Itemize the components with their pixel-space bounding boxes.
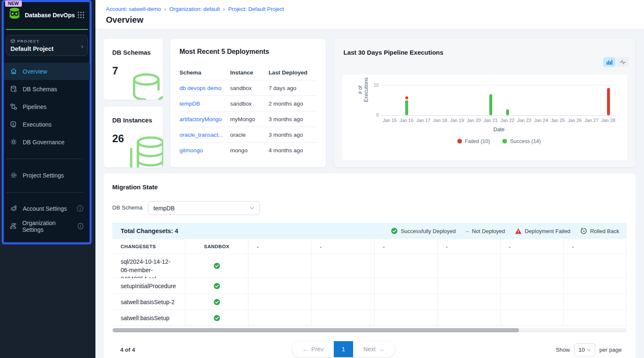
instance-cell: sandbox bbox=[230, 101, 269, 107]
breadcrumb-separator-icon: › bbox=[223, 6, 225, 12]
column-header: - bbox=[248, 239, 311, 254]
schema-link[interactable]: oracle_transact... bbox=[179, 132, 230, 138]
executions-icon bbox=[10, 121, 17, 128]
schema-link[interactable]: gitmongo bbox=[179, 147, 230, 154]
chevron-down-icon bbox=[250, 207, 254, 209]
info-icon[interactable]: i bbox=[78, 223, 84, 229]
db-schema-select-value: tempDB bbox=[153, 205, 175, 212]
empty-cell bbox=[248, 294, 311, 310]
status-cell bbox=[185, 278, 248, 294]
line-chart-toggle-icon[interactable] bbox=[617, 57, 629, 67]
breadcrumb-account[interactable]: Account: satwell-demo bbox=[106, 6, 161, 12]
chart-bar-slot bbox=[499, 85, 516, 115]
page-size-select[interactable]: 10 bbox=[574, 343, 595, 356]
new-badge: NEW bbox=[5, 0, 22, 7]
column-header: Last Deployed bbox=[269, 69, 317, 76]
dash-icon: – bbox=[466, 228, 469, 234]
y-axis-title: # of Executions bbox=[357, 72, 370, 107]
check-circle-icon bbox=[391, 228, 398, 234]
info-icon[interactable]: i bbox=[77, 205, 83, 212]
sidebar-item-db-schemas[interactable]: DB Schemas bbox=[4, 80, 90, 98]
arrow-left-icon: ← bbox=[303, 346, 309, 353]
arrow-right-icon: → bbox=[378, 346, 384, 353]
page-size-control: Show 10 per page bbox=[556, 343, 622, 356]
per-page-label: per page bbox=[599, 347, 622, 353]
sidebar-item-overview[interactable]: Overview bbox=[4, 63, 90, 80]
x-axis-tick: Jan 23 bbox=[516, 118, 533, 123]
row-count: 4 of 4 bbox=[120, 347, 135, 353]
sidebar-divider bbox=[6, 159, 84, 159]
empty-cell bbox=[248, 278, 311, 294]
chart-bar-slot bbox=[600, 85, 617, 115]
section-title: Migration State bbox=[112, 183, 158, 191]
empty-cell bbox=[375, 278, 438, 294]
legend-label: Rolled Back bbox=[590, 228, 619, 234]
x-axis-tick: Jan 28 bbox=[600, 118, 617, 123]
column-header: Schema bbox=[179, 69, 230, 76]
empty-cell bbox=[501, 278, 564, 294]
empty-cell bbox=[248, 310, 311, 326]
sidebar-item-db-governance[interactable]: DB Governance bbox=[4, 133, 90, 151]
legend-label: Not Deployed bbox=[472, 228, 505, 234]
empty-cell bbox=[564, 310, 627, 326]
changesets-table: CHANGESETS SANDBOX - - - - - - sql/2024-… bbox=[112, 239, 627, 326]
chart-title: Last 30 Days Pipeline Executions bbox=[343, 49, 443, 56]
legend-label: Successfully Deployed bbox=[401, 228, 456, 234]
column-header: CHANGESETS bbox=[112, 239, 185, 254]
legend-rolled-back: Rolled Back bbox=[581, 228, 619, 234]
project-selector[interactable]: PROJECT Default Project › bbox=[6, 35, 88, 56]
changeset-name: satwell:basisSetup bbox=[112, 310, 185, 326]
x-axis-tick: Jan 24 bbox=[533, 118, 549, 123]
next-button[interactable]: Next → bbox=[353, 341, 395, 357]
chart-bar-slot bbox=[398, 85, 415, 115]
breadcrumb-organization[interactable]: Organization: default bbox=[169, 6, 220, 12]
legend-label: Deployment Failed bbox=[525, 228, 570, 234]
deployed-cell: 4 months ago bbox=[269, 147, 317, 154]
horizontal-scrollbar[interactable] bbox=[112, 328, 627, 332]
schema-link[interactable]: db devops demo bbox=[179, 85, 230, 91]
sidebar-item-project-settings[interactable]: Project Settings bbox=[4, 167, 90, 184]
column-header: - bbox=[375, 239, 438, 254]
instance-cell: myMongo bbox=[230, 116, 269, 122]
sidebar-divider bbox=[6, 192, 84, 193]
empty-cell bbox=[248, 254, 311, 278]
x-axis-tick: Jan 16 bbox=[398, 118, 415, 123]
chart-bar-slot bbox=[381, 85, 398, 115]
deployed-cell: 3 months ago bbox=[269, 116, 317, 122]
breadcrumb: Account: satwell-demo › Organization: de… bbox=[106, 6, 284, 12]
table-header-row: CHANGESETS SANDBOX - - - - - - bbox=[112, 239, 627, 254]
prev-label: Prev bbox=[311, 346, 324, 353]
bar-chart-toggle-icon[interactable] bbox=[603, 57, 615, 67]
app-grid-icon[interactable] bbox=[77, 11, 84, 19]
legend-item-failed: Failed (10) bbox=[457, 138, 490, 144]
sidebar-item-pipelines[interactable]: Pipelines bbox=[4, 98, 90, 115]
deployments-table: Schema Instance Last Deployed db devops … bbox=[179, 65, 317, 158]
y-axis-tick: 10 bbox=[370, 82, 379, 88]
empty-cell bbox=[564, 294, 627, 310]
success-bar bbox=[489, 94, 492, 115]
empty-cell bbox=[375, 254, 438, 278]
prev-button[interactable]: ← Prev bbox=[292, 341, 334, 357]
chart-bar-slot bbox=[415, 85, 432, 115]
database-devops-logo-icon bbox=[7, 6, 22, 21]
changeset-name: sql/2024-10-14-12-06-member-34240854.sql bbox=[112, 254, 185, 278]
schema-link[interactable]: artifactoryMongo bbox=[179, 116, 230, 122]
db-schema-select[interactable]: tempDB bbox=[148, 201, 260, 215]
sidebar-item-executions[interactable]: Executions bbox=[4, 116, 90, 133]
column-header: - bbox=[501, 239, 564, 254]
sidebar-item-organization-settings[interactable]: Organization Settings i bbox=[4, 217, 90, 235]
page-1-button[interactable]: 1 bbox=[334, 341, 353, 357]
scrollbar-thumb[interactable] bbox=[113, 328, 519, 332]
database-stack-icon bbox=[126, 135, 163, 167]
x-axis-ticks: Jan 15Jan 16Jan 17Jan 18Jan 19Jan 20Jan … bbox=[381, 118, 617, 123]
schema-link[interactable]: tempDB bbox=[179, 101, 230, 107]
breadcrumb-project[interactable]: Project: Default Project bbox=[228, 6, 284, 12]
column-header: SANDBOX bbox=[185, 239, 248, 254]
chart-bar-slot bbox=[449, 85, 465, 115]
rollback-icon bbox=[581, 228, 587, 234]
sidebar-item-account-settings[interactable]: Account Settings i bbox=[4, 200, 90, 217]
check-circle-icon bbox=[214, 299, 220, 305]
empty-cell bbox=[501, 254, 564, 278]
empty-cell bbox=[438, 294, 501, 310]
chart-bar-slot bbox=[482, 85, 499, 115]
